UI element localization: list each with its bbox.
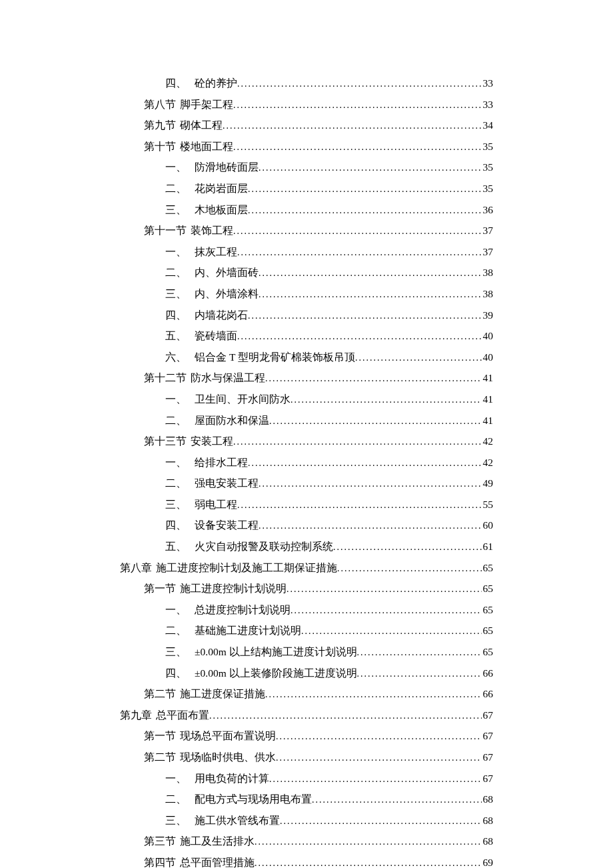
toc-entry[interactable]: 第九章总平面布置67	[120, 705, 493, 725]
toc-entry-label: 一、	[165, 389, 195, 409]
toc-entry-label: 第九节	[144, 115, 176, 135]
toc-entry[interactable]: 第十节楼地面工程35	[120, 137, 493, 157]
toc-entry[interactable]: 三、木地板面层36	[120, 200, 493, 220]
toc-entry[interactable]: 一、总进度控制计划说明65	[120, 600, 493, 620]
toc-entry-title: 基础施工进度计划说明	[195, 621, 301, 640]
toc-entry-title: 木地板面层	[195, 200, 248, 219]
toc-entry[interactable]: 三、内、外墙涂料38	[120, 284, 493, 304]
toc-entry-page: 67	[482, 726, 494, 745]
toc-entry[interactable]: 四、±0.00m 以上装修阶段施工进度说明66	[120, 663, 493, 683]
toc-entry[interactable]: 第二节现场临时供电、供水67	[120, 747, 493, 767]
toc-entry[interactable]: 二、内、外墙面砖38	[120, 263, 493, 283]
toc-entry-label: 第八章	[120, 558, 152, 577]
toc-entry-title: 屋面防水和保温	[195, 411, 269, 430]
toc-entry[interactable]: 三、±0.00m 以上结构施工进度计划说明65	[120, 642, 493, 662]
toc-entry[interactable]: 六、铝合金 T 型明龙骨矿棉装饰板吊顶40	[120, 347, 493, 367]
toc-leader-dots	[259, 517, 482, 535]
toc-entry-label: 第十三节	[144, 431, 187, 451]
toc-entry[interactable]: 第九节砌体工程34	[120, 115, 493, 135]
toc-entry[interactable]: 三、施工供水管线布置68	[120, 811, 493, 831]
toc-entry-page: 68	[482, 831, 494, 851]
toc-entry-label: 三、	[165, 495, 195, 514]
toc-entry[interactable]: 三、弱电工程55	[120, 495, 493, 515]
toc-entry-label: 一、	[165, 157, 195, 177]
toc-entry-title: 砌体工程	[180, 115, 223, 135]
toc-entry[interactable]: 第一节施工进度控制计划说明65	[120, 579, 493, 599]
toc-entry-label: 一、	[165, 600, 195, 619]
toc-entry[interactable]: 第十一节装饰工程37	[120, 221, 493, 241]
toc-leader-dots	[337, 560, 482, 578]
toc-entry-title: 瓷砖墙面	[195, 326, 237, 345]
toc-leader-dots	[237, 328, 482, 346]
toc-entry-page: 37	[482, 221, 494, 240]
toc-entry[interactable]: 五、火灾自动报警及联动控制系统61	[120, 537, 493, 557]
toc-entry-label: 二、	[165, 179, 195, 198]
toc-leader-dots	[223, 117, 482, 135]
toc-entry-page: 67	[482, 705, 494, 725]
toc-entry[interactable]: 一、防滑地砖面层35	[120, 157, 493, 177]
toc-entry-label: 三、	[165, 200, 195, 219]
toc-entry[interactable]: 二、屋面防水和保温41	[120, 411, 493, 431]
toc-entry[interactable]: 一、给排水工程42	[120, 453, 493, 473]
toc-entry[interactable]: 二、配电方式与现场用电布置68	[120, 789, 493, 809]
toc-entry[interactable]: 四、设备安装工程60	[120, 515, 493, 535]
toc-entry-label: 第一节	[144, 579, 176, 598]
toc-entry[interactable]: 第一节现场总平面布置说明67	[120, 726, 493, 746]
toc-entry-page: 67	[482, 747, 494, 767]
toc-entry-title: 施工进度控制计划说明	[180, 579, 287, 598]
toc-entry[interactable]: 五、瓷砖墙面40	[120, 326, 493, 346]
toc-entry-page: 65	[482, 558, 494, 577]
toc-entry-label: 六、	[165, 347, 195, 367]
toc-entry-page: 38	[482, 284, 494, 303]
toc-entry[interactable]: 二、强电安装工程49	[120, 473, 493, 493]
toc-entry[interactable]: 第十三节安装工程42	[120, 431, 493, 451]
toc-leader-dots	[248, 455, 482, 473]
toc-entry-page: 35	[482, 157, 494, 177]
toc-entry-page: 61	[482, 537, 494, 556]
toc-entry[interactable]: 第八节脚手架工程33	[120, 95, 493, 115]
toc-entry-page: 38	[482, 263, 494, 282]
toc-leader-dots	[248, 181, 482, 199]
toc-entry[interactable]: 二、花岗岩面层35	[120, 179, 493, 199]
toc-entry-label: 第三节	[144, 831, 176, 851]
toc-entry-label: 四、	[165, 305, 195, 325]
toc-entry[interactable]: 二、基础施工进度计划说明65	[120, 621, 493, 641]
toc-entry-label: 三、	[165, 284, 195, 303]
toc-entry-title: 施工供水管线布置	[195, 811, 280, 830]
toc-entry-page: 55	[482, 495, 494, 514]
toc-entry-page: 41	[482, 368, 494, 387]
toc-entry[interactable]: 第四节总平面管理措施69	[120, 853, 493, 868]
toc-leader-dots	[265, 370, 482, 388]
toc-entry[interactable]: 一、抹灰工程37	[120, 242, 493, 262]
toc-leader-dots	[333, 539, 482, 557]
toc-entry[interactable]: 第三节施工及生活排水68	[120, 831, 493, 851]
toc-entry-title: 卫生间、开水间防水	[195, 389, 291, 409]
toc-entry-page: 68	[482, 789, 494, 809]
toc-entry-page: 39	[482, 305, 494, 325]
toc-entry-label: 一、	[165, 242, 195, 261]
toc-entry[interactable]: 四、内墙花岗石39	[120, 305, 493, 325]
toc-entry-label: 二、	[165, 263, 195, 282]
toc-entry-label: 第二节	[144, 684, 176, 703]
toc-entry-page: 41	[482, 411, 494, 430]
toc-list: 四、砼的养护33第八节脚手架工程33第九节砌体工程34第十节楼地面工程35一、防…	[120, 73, 493, 868]
toc-entry-label: 第八节	[144, 95, 176, 114]
toc-entry[interactable]: 四、砼的养护33	[120, 73, 493, 93]
toc-entry[interactable]: 第十二节防水与保温工程41	[120, 368, 493, 388]
toc-entry-page: 66	[482, 663, 494, 683]
toc-entry[interactable]: 第八章施工进度控制计划及施工工期保证措施65	[120, 558, 493, 578]
toc-entry[interactable]: 一、用电负荷的计算67	[120, 769, 493, 789]
toc-leader-dots	[233, 433, 482, 451]
toc-entry-title: 防水与保温工程	[191, 368, 265, 387]
toc-entry[interactable]: 一、卫生间、开水间防水41	[120, 389, 493, 409]
toc-entry-title: 花岗岩面层	[195, 179, 248, 198]
toc-entry-label: 第十一节	[144, 221, 187, 240]
toc-entry-page: 34	[482, 115, 494, 135]
toc-entry-label: 一、	[165, 769, 195, 788]
toc-entry-title: 总进度控制计划说明	[195, 600, 291, 619]
toc-entry-page: 60	[482, 515, 494, 535]
toc-entry-page: 69	[482, 853, 494, 868]
toc-entry-page: 42	[482, 431, 494, 451]
toc-entry[interactable]: 第二节施工进度保证措施66	[120, 684, 493, 704]
toc-entry-label: 第二节	[144, 747, 176, 767]
